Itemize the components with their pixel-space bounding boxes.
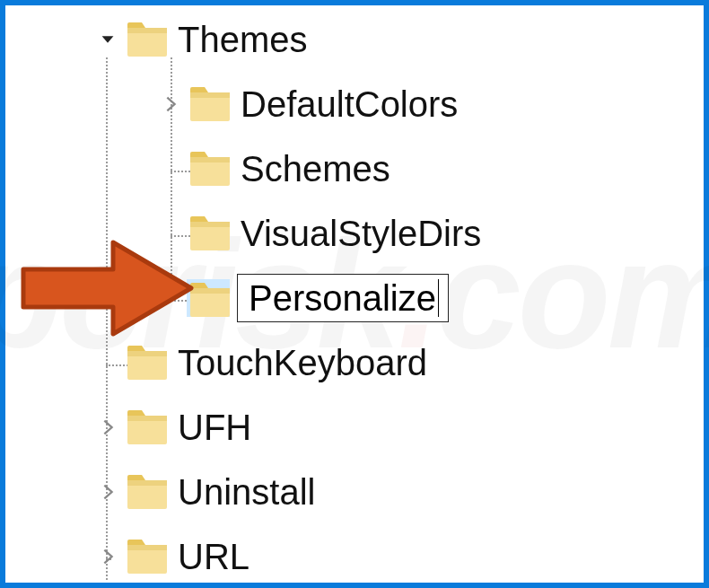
- chevron-right-icon[interactable]: [95, 544, 120, 569]
- folder-icon: [126, 408, 169, 446]
- screenshot-frame: pcrisk.com Themes Defau: [0, 0, 709, 588]
- tree-item-touchkeyboard[interactable]: TouchKeyboard: [95, 330, 700, 395]
- svg-rect-7: [190, 222, 230, 227]
- text-caret: [438, 279, 439, 317]
- svg-rect-13: [127, 416, 167, 421]
- svg-rect-9: [190, 288, 230, 294]
- folder-icon: [126, 344, 169, 382]
- svg-rect-5: [190, 157, 230, 162]
- tree-item-defaultcolors[interactable]: DefaultColors: [95, 72, 700, 136]
- chevron-down-icon[interactable]: [95, 27, 120, 52]
- svg-rect-3: [190, 92, 230, 98]
- folder-icon: [126, 21, 169, 58]
- chevron-right-icon[interactable]: [95, 415, 120, 440]
- tree-item-ufh[interactable]: UFH: [95, 395, 700, 460]
- folder-icon: [126, 473, 169, 511]
- tree-item-schemes[interactable]: Schemes: [95, 136, 700, 201]
- tree-item-url[interactable]: URL: [95, 524, 700, 588]
- tree-item-label: TouchKeyboard: [178, 343, 427, 383]
- chevron-right-icon[interactable]: [95, 479, 120, 505]
- folder-icon: [188, 150, 232, 188]
- tree-item-themes[interactable]: Themes: [95, 7, 700, 72]
- chevron-right-icon[interactable]: [158, 92, 183, 117]
- folder-icon: [187, 279, 230, 317]
- folder-icon: [126, 538, 169, 575]
- registry-tree[interactable]: Themes DefaultColors Schemes: [95, 7, 700, 588]
- folder-icon: [188, 85, 232, 123]
- tree-item-label: DefaultColors: [241, 84, 458, 125]
- tree-item-personalize[interactable]: Personalize: [95, 266, 700, 330]
- tree-item-uninstall[interactable]: Uninstall: [95, 460, 700, 524]
- tree-item-label: Uninstall: [178, 472, 315, 513]
- svg-rect-17: [127, 545, 167, 550]
- rename-input-text: Personalize: [249, 278, 436, 319]
- tree-item-label: VisualStyleDirs: [241, 214, 481, 254]
- tree-item-label: URL: [178, 537, 249, 577]
- svg-rect-1: [127, 28, 167, 33]
- rename-input[interactable]: Personalize: [237, 274, 449, 322]
- tree-item-label: Themes: [178, 20, 308, 60]
- tree-item-visualstyledirs[interactable]: VisualStyleDirs: [95, 201, 700, 266]
- svg-rect-15: [127, 480, 167, 486]
- svg-rect-11: [127, 351, 167, 356]
- tree-item-label: Schemes: [241, 149, 390, 189]
- folder-icon: [188, 215, 232, 252]
- tree-item-label: UFH: [178, 408, 251, 448]
